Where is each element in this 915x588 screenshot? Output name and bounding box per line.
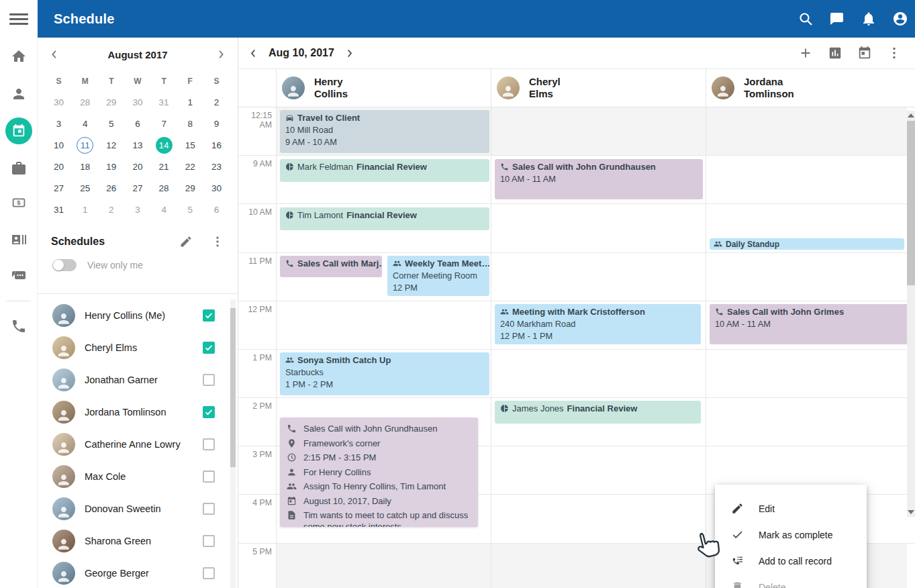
mini-cal-day[interactable]: 5 (98, 113, 124, 134)
checkbox-checked[interactable] (203, 342, 215, 354)
event-meeting-cristofferson[interactable]: Meeting with Mark Cristofferson 240 Mark… (495, 304, 701, 344)
column-header-henry[interactable]: HenryCollins (276, 69, 491, 107)
mini-cal-day[interactable]: 5 (177, 199, 203, 220)
menu-button[interactable] (0, 0, 38, 38)
event-daily-standup[interactable]: Daily Standup (710, 238, 904, 250)
list-item-jonathan[interactable]: Jonathan Garner (38, 364, 238, 396)
mini-cal-day[interactable]: 1 (72, 199, 98, 220)
mini-cal-day[interactable]: 13 (124, 134, 150, 156)
mini-cal-day[interactable]: 28 (151, 177, 177, 199)
mini-cal-day[interactable]: 2 (203, 91, 230, 113)
prev-day-button[interactable] (248, 48, 259, 59)
mini-cal-day[interactable]: 10 (46, 134, 72, 156)
event-tim-lamont-review[interactable]: Tim LamontFinancial Review (280, 207, 489, 230)
notifications-icon[interactable] (861, 11, 877, 27)
account-icon[interactable] (892, 11, 908, 27)
mini-cal-day[interactable]: 26 (98, 177, 124, 199)
scroll-thumb[interactable] (907, 121, 915, 285)
mini-cal-day[interactable]: 6 (124, 113, 150, 134)
mini-cal-day[interactable]: 28 (72, 91, 98, 113)
mini-cal-day[interactable]: 9 (203, 113, 230, 134)
checkbox-checked[interactable] (203, 309, 215, 322)
mini-cal-day[interactable]: 6 (203, 199, 230, 220)
list-item-henry[interactable]: Henry Collins (Me) (38, 299, 238, 332)
checkbox-unchecked[interactable] (203, 471, 215, 483)
mini-cal-day[interactable]: 23 (203, 156, 230, 177)
next-day-button[interactable] (344, 48, 355, 59)
scroll-up-arrow[interactable] (908, 113, 914, 117)
add-icon[interactable] (798, 46, 813, 60)
checkbox-unchecked[interactable] (203, 374, 215, 386)
chart-icon[interactable] (828, 46, 842, 60)
mini-cal-day[interactable]: 3 (124, 199, 150, 220)
mini-cal-day[interactable]: 18 (72, 156, 98, 177)
prev-month-button[interactable] (48, 48, 60, 60)
mini-cal-day[interactable]: 3 (46, 113, 72, 134)
mini-cal-day[interactable]: 27 (124, 177, 150, 199)
event-sonya-smith-catchup[interactable]: Sonya Smith Catch Up Starbucks 1 PM - 2 … (280, 352, 489, 395)
mini-cal-day[interactable]: 8 (177, 113, 203, 134)
phone-icon[interactable] (11, 318, 27, 334)
list-item-max[interactable]: Max Cole (38, 460, 238, 493)
money-icon[interactable]: $ (11, 195, 27, 211)
kebab-icon[interactable] (887, 46, 902, 60)
list-item-george[interactable]: George Berger (38, 557, 238, 588)
event-weekly-team-meeting[interactable]: Weekly Team Meet… Corner Meeting Room 12… (387, 256, 489, 296)
messages-icon[interactable] (11, 268, 27, 285)
list-item-catherine[interactable]: Catherine Anne Lowry (38, 428, 238, 460)
event-james-jones-review[interactable]: James JonesFinancial Review (495, 401, 701, 424)
schedule-nav-active[interactable] (5, 117, 32, 144)
checkbox-checked[interactable] (203, 406, 215, 418)
mini-cal-day[interactable]: 30 (46, 91, 72, 113)
mini-cal-day[interactable]: 12 (98, 134, 124, 156)
menu-item-add-call-record[interactable]: Add to call record (715, 548, 867, 574)
checkbox-unchecked[interactable] (203, 503, 215, 515)
edit-schedules-icon[interactable] (179, 235, 193, 248)
mini-cal-day[interactable]: 15 (177, 134, 203, 156)
calendar-today-icon[interactable] (857, 46, 872, 60)
mini-cal-day[interactable]: 30 (124, 91, 150, 113)
search-icon[interactable] (798, 11, 814, 27)
mini-cal-day[interactable]: 29 (177, 177, 203, 199)
checkbox-unchecked[interactable] (203, 535, 215, 547)
schedules-kebab-icon[interactable] (211, 235, 224, 248)
event-travel-to-client[interactable]: Travel to Client 10 Mill Road 9 AM - 10 … (280, 110, 489, 153)
mini-cal-day[interactable]: 22 (177, 156, 203, 177)
menu-item-mark-complete[interactable]: Mark as complete (715, 522, 867, 548)
column-header-cheryl[interactable]: CherylElms (491, 69, 706, 107)
event-sales-call-marj[interactable]: Sales Call with Marj… (280, 256, 382, 277)
checkbox-unchecked[interactable] (203, 438, 215, 450)
next-month-button[interactable] (215, 48, 227, 60)
list-item-cheryl[interactable]: Cheryl Elms (38, 332, 238, 364)
mini-cal-day[interactable]: 7 (151, 113, 177, 134)
main-scrollbar[interactable] (907, 111, 915, 517)
event-sales-call-grimes[interactable]: Sales Call with John Grimes 10 AM - 11 A… (710, 304, 908, 344)
list-item-sharona[interactable]: Sharona Green (38, 525, 238, 557)
mini-cal-day[interactable]: 20 (46, 156, 72, 177)
mini-cal-day[interactable]: 2 (98, 199, 124, 220)
menu-item-edit[interactable]: Edit (715, 495, 867, 522)
mini-cal-day[interactable]: 30 (203, 177, 230, 199)
mini-cal-day[interactable]: 20 (124, 156, 150, 177)
column-header-jordana[interactable]: JordanaTomlinson (706, 69, 915, 107)
event-sales-call-grundhausen[interactable]: Sales Call with John Grundhausen 10 AM -… (495, 159, 703, 199)
mini-cal-day[interactable]: 31 (151, 91, 177, 113)
scroll-down-arrow[interactable] (908, 510, 914, 514)
mini-cal-day-today[interactable]: 14 (151, 134, 177, 156)
list-scrollbar[interactable] (230, 299, 236, 588)
mini-cal-day[interactable]: 29 (98, 91, 124, 113)
mini-cal-day[interactable]: 16 (203, 134, 230, 156)
chat-icon[interactable] (829, 11, 845, 27)
mini-cal-day[interactable]: 31 (46, 199, 72, 220)
contact-cards-icon[interactable] (11, 232, 27, 248)
checkbox-unchecked[interactable] (203, 567, 215, 579)
mini-cal-day-selected[interactable]: 11 (72, 134, 98, 156)
mini-cal-day[interactable]: 27 (46, 177, 72, 199)
home-icon[interactable] (11, 48, 27, 64)
briefcase-icon[interactable] (11, 160, 27, 177)
mini-cal-day[interactable]: 21 (151, 156, 177, 177)
list-item-donovan[interactable]: Donovan Sweetin (38, 493, 238, 525)
mini-cal-day[interactable]: 19 (98, 156, 124, 177)
mini-cal-day[interactable]: 4 (151, 199, 177, 220)
contacts-person-icon[interactable] (11, 86, 27, 102)
